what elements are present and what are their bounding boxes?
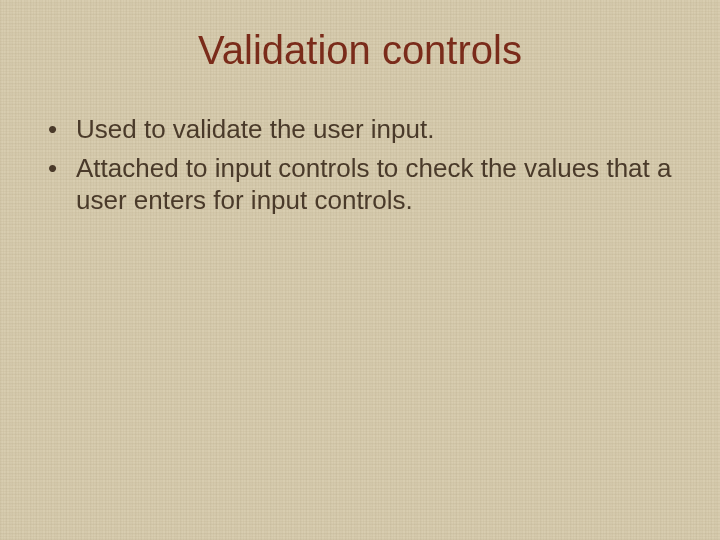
slide: Validation controls Used to validate the… (0, 0, 720, 540)
bullet-list: Used to validate the user input. Attache… (40, 113, 680, 217)
list-item: Attached to input controls to check the … (40, 152, 680, 217)
slide-title: Validation controls (40, 28, 680, 73)
list-item: Used to validate the user input. (40, 113, 680, 146)
